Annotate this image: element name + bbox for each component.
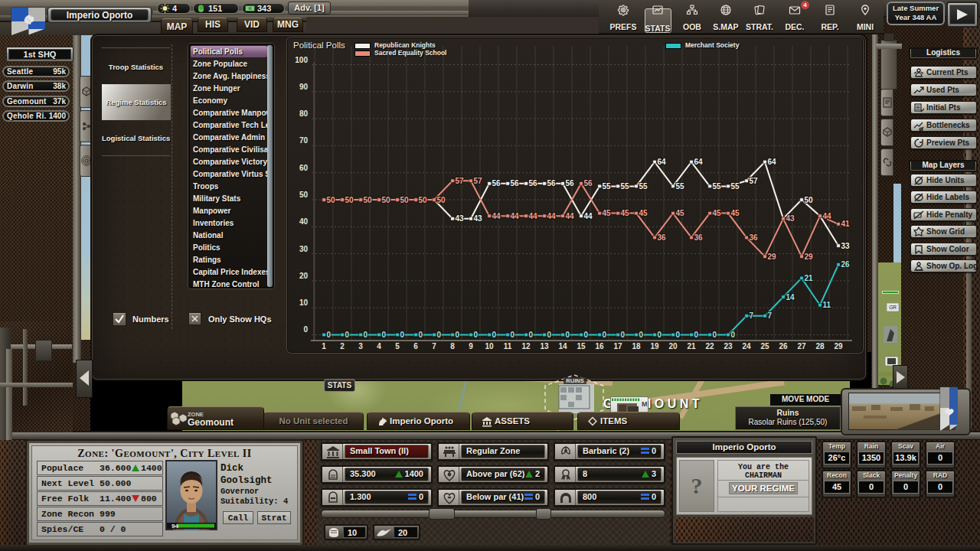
svg-text:16: 16 — [595, 342, 604, 350]
svg-text:0: 0 — [456, 331, 460, 339]
svg-text:0: 0 — [621, 331, 626, 339]
svg-text:12: 12 — [521, 342, 531, 350]
svg-text:45: 45 — [621, 209, 630, 217]
svg-text:36: 36 — [694, 233, 704, 242]
svg-text:56: 56 — [566, 179, 575, 187]
svg-text:45: 45 — [639, 209, 648, 217]
svg-text:55: 55 — [713, 182, 722, 191]
svg-text:0: 0 — [511, 331, 515, 339]
svg-text:0: 0 — [492, 331, 497, 339]
svg-text:3: 3 — [358, 342, 363, 350]
svg-text:44: 44 — [823, 212, 832, 220]
svg-text:56: 56 — [584, 179, 593, 187]
svg-text:9: 9 — [469, 342, 473, 350]
svg-text:7: 7 — [432, 342, 436, 350]
svg-text:4: 4 — [377, 342, 381, 350]
svg-text:94: 94 — [172, 523, 178, 530]
svg-text:21: 21 — [805, 274, 814, 282]
svg-text:45: 45 — [713, 209, 722, 217]
svg-text:44: 44 — [547, 212, 557, 220]
svg-text:1: 1 — [322, 342, 326, 350]
svg-text:56: 56 — [547, 179, 557, 187]
svg-text:56: 56 — [529, 179, 538, 187]
svg-text:55: 55 — [621, 182, 630, 191]
svg-text:57: 57 — [456, 177, 465, 185]
svg-text:50: 50 — [364, 196, 373, 204]
svg-text:10: 10 — [485, 342, 494, 350]
svg-text:41: 41 — [841, 220, 851, 228]
svg-text:60: 60 — [299, 164, 309, 172]
svg-text:55: 55 — [639, 182, 648, 191]
svg-text:6: 6 — [413, 342, 418, 350]
svg-text:36: 36 — [658, 233, 667, 242]
svg-text:18: 18 — [632, 342, 641, 350]
svg-text:33: 33 — [841, 242, 851, 250]
svg-text:0: 0 — [382, 331, 387, 339]
svg-text:26: 26 — [779, 342, 788, 350]
svg-text:GR: GR — [889, 305, 897, 310]
svg-text:0: 0 — [694, 331, 699, 339]
svg-text:29: 29 — [768, 253, 777, 261]
svg-text:44: 44 — [566, 212, 575, 220]
svg-text:7: 7 — [768, 311, 773, 320]
svg-text:0: 0 — [713, 331, 717, 339]
svg-text:0: 0 — [658, 331, 662, 339]
svg-text:64: 64 — [768, 158, 777, 166]
svg-text:50: 50 — [419, 196, 428, 204]
svg-text:0: 0 — [566, 331, 570, 339]
svg-text:14: 14 — [558, 342, 567, 350]
svg-text:11: 11 — [504, 342, 512, 350]
svg-text:23: 23 — [724, 342, 733, 350]
svg-text:80: 80 — [299, 109, 309, 118]
svg-text:50: 50 — [805, 196, 814, 204]
svg-text:57: 57 — [474, 177, 483, 185]
svg-text:43: 43 — [786, 214, 795, 223]
svg-text:26: 26 — [841, 260, 851, 269]
svg-text:0: 0 — [303, 325, 308, 334]
svg-text:45: 45 — [676, 209, 685, 217]
svg-text:22: 22 — [705, 342, 714, 350]
svg-text:10: 10 — [299, 298, 309, 307]
svg-text:45: 45 — [603, 209, 612, 217]
svg-text:50: 50 — [400, 196, 410, 204]
svg-text:2: 2 — [340, 342, 345, 350]
svg-text:56: 56 — [511, 179, 520, 187]
svg-text:56: 56 — [492, 179, 501, 187]
svg-text:13: 13 — [540, 342, 549, 350]
svg-text:0: 0 — [676, 331, 681, 339]
svg-text:45: 45 — [731, 209, 740, 217]
svg-text:44: 44 — [529, 212, 538, 220]
svg-text:44: 44 — [492, 212, 501, 220]
svg-text:15: 15 — [577, 342, 586, 350]
svg-text:7: 7 — [750, 311, 754, 320]
svg-text:64: 64 — [694, 158, 704, 166]
svg-text:64: 64 — [658, 158, 667, 166]
svg-text:0: 0 — [474, 331, 479, 339]
svg-text:100: 100 — [295, 56, 308, 64]
svg-text:29: 29 — [805, 253, 814, 261]
svg-text:28: 28 — [815, 342, 825, 350]
svg-text:70: 70 — [299, 136, 309, 145]
svg-text:20: 20 — [668, 342, 678, 350]
svg-text:0: 0 — [419, 331, 423, 339]
svg-text:90: 90 — [299, 83, 309, 91]
svg-text:0: 0 — [584, 331, 589, 339]
svg-text:36: 36 — [750, 233, 759, 242]
svg-text:50: 50 — [327, 196, 336, 204]
svg-text:24: 24 — [742, 342, 751, 350]
svg-text:0: 0 — [437, 331, 442, 339]
svg-text:5: 5 — [395, 342, 400, 350]
svg-text:44: 44 — [511, 212, 520, 220]
svg-text:50: 50 — [345, 196, 354, 204]
svg-text:RUINS: RUINS — [566, 377, 583, 384]
svg-text:11: 11 — [823, 301, 831, 309]
svg-text:55: 55 — [603, 182, 612, 191]
svg-text:17: 17 — [613, 342, 622, 350]
svg-text:0: 0 — [639, 331, 644, 339]
svg-text:14: 14 — [786, 293, 795, 302]
svg-text:8: 8 — [450, 342, 455, 350]
svg-text:25: 25 — [760, 342, 769, 350]
svg-text:43: 43 — [456, 214, 465, 223]
svg-text:0: 0 — [731, 331, 736, 339]
svg-text:55: 55 — [676, 182, 685, 191]
